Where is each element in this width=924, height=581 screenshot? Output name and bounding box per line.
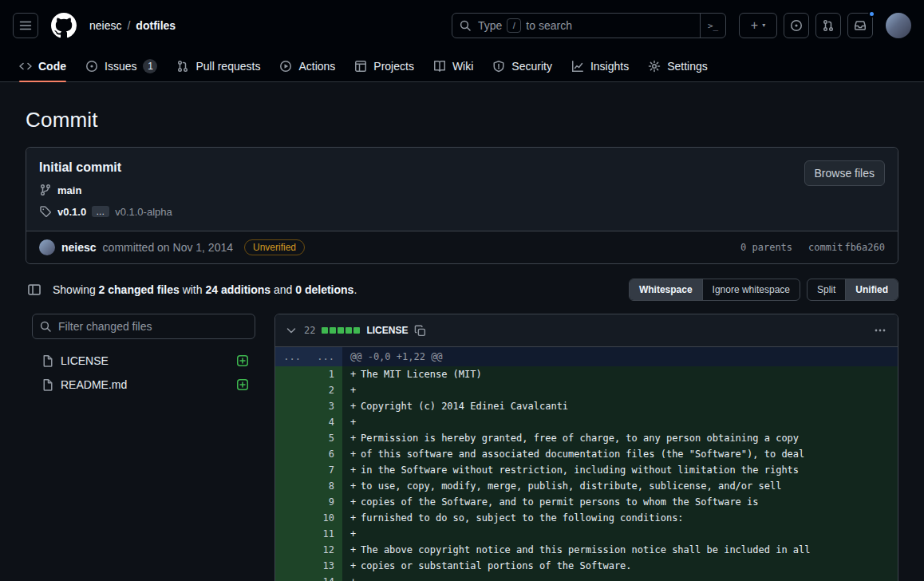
global-search-input[interactable]: Type / to search >_: [452, 13, 726, 38]
hunk-header-row: ... ... @@ -0,0 +1,22 @@: [275, 347, 898, 366]
old-line-number-cell[interactable]: [275, 366, 309, 382]
new-line-number-cell[interactable]: 13: [309, 558, 342, 574]
new-line-number-cell[interactable]: 7: [309, 462, 342, 478]
file-tree-item-readme[interactable]: README.md: [32, 373, 255, 397]
old-line-number-cell[interactable]: [275, 430, 309, 446]
committer-name[interactable]: neiesc: [61, 241, 97, 254]
old-line-number-cell[interactable]: [275, 558, 309, 574]
summary-changed-files: 2 changed files: [99, 283, 180, 296]
book-icon: [433, 60, 446, 73]
diffstat-blocks: [322, 327, 360, 334]
changed-lines-count: 22: [304, 325, 315, 336]
tab-issues[interactable]: Issues 1: [79, 51, 164, 81]
new-line-number-cell[interactable]: 11: [309, 526, 342, 542]
user-avatar[interactable]: [886, 13, 911, 38]
collapse-file-button[interactable]: [285, 324, 298, 337]
tab-pull-requests[interactable]: Pull requests: [170, 51, 267, 81]
summary-with: with: [183, 283, 203, 296]
old-line-number-cell[interactable]: [275, 398, 309, 414]
file-tree-toggle-button[interactable]: [26, 281, 43, 298]
more-tags-button[interactable]: …: [92, 206, 109, 217]
diff-code: +The above copyright notice and this per…: [342, 542, 898, 558]
diff-code-text: to use, copy, modify, merge, publish, di…: [361, 480, 781, 492]
pull-requests-dashboard-button[interactable]: [815, 13, 841, 38]
diff-line-added: 14 +: [275, 574, 898, 581]
breadcrumb-owner[interactable]: neiesc: [89, 19, 121, 32]
addition-marker: +: [350, 462, 361, 478]
addition-marker: +: [350, 526, 361, 542]
old-line-number-cell[interactable]: [275, 446, 309, 462]
tab-projects[interactable]: Projects: [348, 51, 421, 81]
commit-sha[interactable]: fb6a260: [844, 242, 885, 253]
tag-name[interactable]: v0.1.0: [57, 206, 86, 218]
ignore-whitespace-button[interactable]: Ignore whitespace: [702, 279, 800, 300]
create-new-button[interactable]: + ▾: [739, 13, 777, 38]
issues-dashboard-button[interactable]: [784, 13, 809, 38]
branch-name[interactable]: main: [57, 184, 81, 196]
tab-code[interactable]: Code: [13, 51, 73, 81]
new-line-number-cell[interactable]: 14: [309, 574, 342, 581]
diff-code: +copies or substantial portions of the S…: [342, 558, 898, 574]
new-line-number-cell[interactable]: 10: [309, 510, 342, 526]
old-line-number-cell[interactable]: [275, 414, 309, 430]
file-icon: [41, 378, 54, 391]
diff-file-name[interactable]: LICENSE: [366, 325, 408, 336]
unified-view-button[interactable]: Unified: [845, 279, 898, 300]
new-line-number-cell[interactable]: 3: [309, 398, 342, 414]
old-line-number-cell[interactable]: [275, 494, 309, 510]
filter-changed-files-input[interactable]: [58, 320, 248, 333]
tab-label: Settings: [667, 60, 708, 73]
files-layout: LICENSE README.md: [26, 314, 898, 581]
tab-settings[interactable]: Settings: [642, 51, 714, 81]
search-icon: [459, 19, 472, 32]
tab-label: Actions: [298, 60, 335, 73]
gear-icon: [648, 60, 661, 73]
committer-avatar[interactable]: [39, 239, 55, 255]
search-placeholder-after: to search: [526, 19, 572, 32]
diff-panel-license: 22 LICENSE ... ... @@ -: [274, 314, 898, 581]
new-line-number-cell[interactable]: 9: [309, 494, 342, 510]
github-mark-icon[interactable]: [51, 13, 77, 38]
tag-extra[interactable]: v0.1.0-alpha: [115, 206, 172, 218]
tab-security[interactable]: Security: [486, 51, 559, 81]
breadcrumb-repo[interactable]: dotfiles: [136, 19, 176, 32]
hamburger-menu-button[interactable]: [13, 13, 38, 38]
search-placeholder: Type / to search: [478, 18, 572, 33]
expand-hunk-button[interactable]: ...: [309, 347, 342, 366]
old-line-number-cell[interactable]: [275, 542, 309, 558]
summary-deletions: 0 deletions: [295, 283, 353, 296]
tab-wiki[interactable]: Wiki: [427, 51, 480, 81]
verification-badge[interactable]: Unverified: [244, 239, 305, 255]
whitespace-button[interactable]: Whitespace: [630, 279, 702, 300]
page-title: Commit: [26, 108, 898, 132]
new-line-number-cell[interactable]: 1: [309, 366, 342, 382]
file-options-button[interactable]: [872, 322, 888, 338]
tab-insights[interactable]: Insights: [565, 51, 635, 81]
split-view-button[interactable]: Split: [808, 279, 845, 300]
old-line-number-cell[interactable]: [275, 574, 309, 581]
diff-code-text: of this software and associated document…: [361, 449, 804, 460]
inbox-wrap: [847, 13, 873, 38]
old-line-number-cell[interactable]: [275, 478, 309, 494]
old-line-number-cell[interactable]: [275, 526, 309, 542]
new-line-number-cell[interactable]: 8: [309, 478, 342, 494]
new-line-number-cell[interactable]: 12: [309, 542, 342, 558]
copy-file-path-button[interactable]: [414, 325, 426, 337]
new-line-number-cell[interactable]: 6: [309, 446, 342, 462]
file-tree-item-license[interactable]: LICENSE: [32, 349, 255, 373]
old-line-number-cell[interactable]: [275, 382, 309, 398]
expand-hunk-button[interactable]: ...: [275, 347, 309, 366]
main-content: Commit Initial commit Browse files main …: [0, 82, 924, 581]
new-line-number-cell[interactable]: 5: [309, 430, 342, 446]
old-line-number-cell[interactable]: [275, 510, 309, 526]
diff-code: +to use, copy, modify, merge, publish, d…: [342, 478, 898, 494]
slash-key-hint: /: [507, 18, 521, 33]
new-line-number-cell[interactable]: 2: [309, 382, 342, 398]
browse-files-button[interactable]: Browse files: [804, 160, 885, 186]
addition-marker: +: [350, 542, 361, 558]
tab-actions[interactable]: Actions: [273, 51, 342, 81]
graph-icon: [571, 60, 584, 73]
old-line-number-cell[interactable]: [275, 462, 309, 478]
command-palette-button[interactable]: >_: [700, 14, 725, 38]
new-line-number-cell[interactable]: 4: [309, 414, 342, 430]
